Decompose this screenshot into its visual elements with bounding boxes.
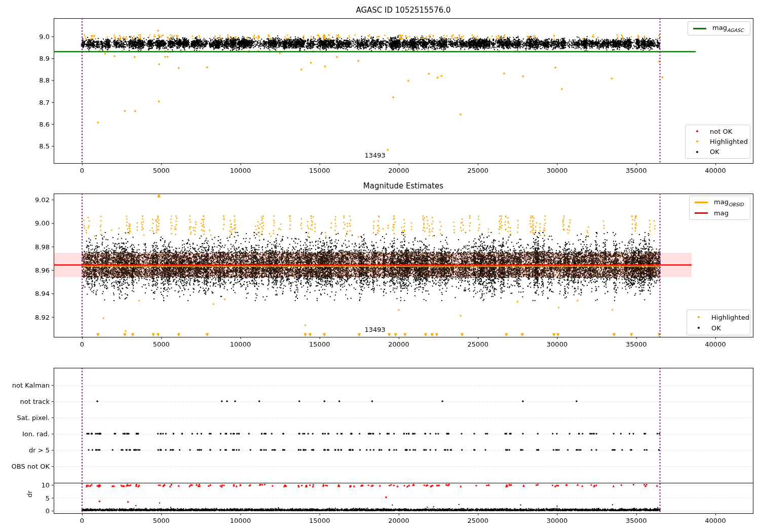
x-tick-label: 25000 — [468, 517, 488, 524]
legend-handle — [690, 316, 707, 318]
plot1-legend-line: magAGASC — [688, 21, 750, 35]
highlighted-legend-label: Highlighted — [710, 138, 748, 145]
mag-legend-label: mag — [714, 209, 729, 217]
category-label: not track — [3, 398, 50, 405]
plot2-title: Magnitude Estimates — [54, 181, 753, 191]
legend-row: magOBSID — [693, 197, 747, 208]
y-tick-label: 8.98 — [23, 243, 50, 250]
annotation-2: 13493 — [364, 326, 385, 333]
legend-handle — [693, 212, 710, 214]
x-tick-label: 20000 — [388, 340, 409, 348]
figure: AGASC ID 1052515576.0 Magnitude Estimate… — [0, 0, 760, 532]
y-tick-label: 8.94 — [23, 290, 50, 297]
mag-line-sample — [695, 212, 708, 214]
x-tick-label: 35000 — [626, 167, 647, 174]
x-tick-label: 15000 — [309, 340, 330, 348]
x-tick-label: 30000 — [547, 340, 567, 348]
y-tick-label: 8.9 — [23, 55, 50, 62]
mag-obsid-legend-label: magOBSID — [714, 198, 744, 207]
category-label: Ion. rad. — [3, 430, 50, 438]
legend-row: not OK — [689, 126, 747, 136]
x-tick-label: 20000 — [388, 517, 409, 524]
x-tick-label: 10000 — [230, 340, 251, 348]
x-tick-label: 30000 — [547, 167, 567, 174]
mag-obsid-line-sample — [695, 202, 708, 203]
x-tick-label: 15000 — [309, 167, 330, 174]
legend-row: Highlighted — [689, 136, 747, 146]
x-tick-label: 20000 — [388, 167, 409, 174]
dr-tick-label: 0 — [23, 507, 50, 515]
y-tick-label: 8.96 — [23, 267, 50, 274]
plot2-legend-lines: magOBSID mag — [689, 196, 750, 220]
y-tick-label: 9.00 — [23, 219, 50, 227]
ok-legend-label: OK — [710, 148, 719, 156]
plot1-legend-markers: not OK Highlighted OK — [685, 125, 750, 159]
highlighted-marker-sample — [696, 140, 698, 142]
legend-handle — [693, 202, 710, 203]
plot1-title: AGASC ID 1052515576.0 — [54, 6, 753, 15]
x-tick-label: 0 — [80, 340, 84, 348]
x-tick-label: 40000 — [705, 167, 726, 174]
legend-row: OK — [689, 147, 747, 157]
legend-handle — [689, 140, 706, 142]
x-tick-label: 40000 — [705, 517, 726, 524]
mag-agasc-legend-label: magAGASC — [712, 24, 744, 33]
y-tick-label: 9.02 — [23, 196, 50, 204]
x-tick-label: 10000 — [230, 517, 251, 524]
y-tick-label: 9.0 — [23, 33, 50, 41]
x-tick-label: 35000 — [626, 517, 647, 524]
category-label: OBS not OK — [3, 463, 50, 470]
y-tick-label: 8.7 — [23, 98, 50, 106]
legend-handle — [691, 28, 708, 29]
dr-axis-label: dr — [26, 490, 33, 498]
x-tick-label: 0 — [80, 517, 84, 524]
y-tick-label: 8.92 — [23, 313, 50, 321]
legend-row: mag — [693, 208, 747, 218]
legend-handle — [689, 130, 706, 132]
legend-row: Highlighted — [690, 312, 747, 323]
x-tick-label: 0 — [80, 167, 84, 174]
legend-handle — [689, 151, 706, 153]
legend-row: OK — [690, 323, 747, 333]
chart-canvas — [0, 0, 760, 532]
x-tick-label: 15000 — [309, 517, 330, 524]
highlighted-marker-sample — [698, 316, 700, 318]
category-label: Sat. pixel. — [3, 414, 50, 422]
legend-handle — [690, 327, 707, 329]
x-tick-label: 5000 — [153, 340, 170, 348]
legend-row: magAGASC — [691, 23, 747, 34]
x-tick-label: 10000 — [230, 167, 251, 174]
not-ok-legend-label: not OK — [710, 128, 732, 135]
y-tick-label: 8.8 — [23, 77, 50, 84]
highlighted-legend-label: Highlighted — [711, 314, 749, 321]
category-label: dr > 5 — [3, 446, 50, 454]
ok-marker-sample — [696, 151, 698, 153]
x-tick-label: 40000 — [705, 340, 726, 348]
ok-marker-sample — [698, 327, 700, 329]
annotation-1: 13493 — [364, 151, 385, 159]
dr-tick-label: 10 — [23, 481, 50, 489]
ok-legend-label: OK — [711, 324, 721, 332]
y-tick-label: 8.5 — [23, 142, 50, 150]
x-tick-label: 25000 — [468, 340, 488, 348]
category-label: not Kalman — [3, 382, 50, 389]
not-ok-marker-sample — [696, 130, 698, 132]
x-tick-label: 30000 — [547, 517, 567, 524]
x-tick-label: 35000 — [626, 340, 647, 348]
x-tick-label: 25000 — [468, 167, 488, 174]
plot2-legend-markers: Highlighted OK — [687, 310, 750, 335]
mag-agasc-line-sample — [693, 28, 706, 29]
y-tick-label: 8.6 — [23, 120, 50, 128]
x-tick-label: 5000 — [153, 517, 170, 524]
x-tick-label: 5000 — [153, 167, 170, 174]
